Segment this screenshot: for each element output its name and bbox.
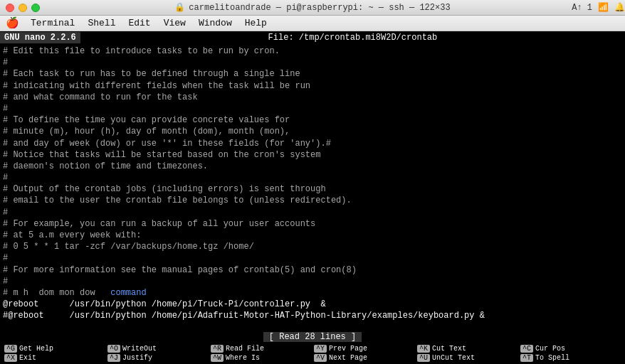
shortcut-key-cur-pos: ^C	[520, 345, 533, 353]
shortcut-read-file[interactable]: ^R Read File	[209, 344, 312, 353]
close-button[interactable]	[6, 4, 14, 12]
lock-icon: 🔒	[174, 2, 185, 13]
nano-status-text: [ Read 28 lines ]	[263, 332, 362, 342]
shortcut-key-next-page: ^V	[314, 354, 327, 362]
title-bar: 🔒 carmelitoandrade — pi@raspberrypi: ~ —…	[0, 0, 625, 16]
nano-status-bar: [ Read 28 lines ]	[0, 331, 625, 343]
editor-content: # Edit this file to introduce tasks to b…	[3, 46, 622, 322]
nano-top-bar: GNU nano 2.2.6 File: /tmp/crontab.mi8W2D…	[0, 31, 625, 44]
shortcut-to-spell[interactable]: ^T To Spell	[519, 353, 622, 363]
menu-window[interactable]: Window	[193, 16, 238, 30]
shortcut-key-uncut-text: ^U	[417, 354, 430, 362]
title-text: carmelitoandrade — pi@raspberrypi: ~ — s…	[189, 3, 450, 13]
shortcut-key-exit: ^X	[4, 354, 17, 362]
shortcut-label-get-help: Get Help	[19, 345, 53, 353]
shortcut-key-writeout: ^O	[107, 345, 120, 353]
shortcut-uncut-text[interactable]: ^U UnCut Text	[416, 353, 519, 363]
shortcut-key-where-is: ^W	[211, 354, 224, 362]
shortcut-label-to-spell: To Spell	[535, 354, 569, 362]
apple-menu[interactable]: 🍎	[6, 16, 19, 30]
shortcut-prev-page[interactable]: ^Y Prev Page	[312, 344, 416, 353]
shortcut-label-where-is: Where Is	[226, 354, 260, 362]
menu-help[interactable]: Help	[239, 16, 273, 30]
menu-bar-right: A↑ 1 📶 🔔	[572, 2, 625, 13]
menu-shell[interactable]: Shell	[82, 16, 121, 30]
shortcut-label-read-file: Read File	[226, 345, 264, 353]
terminal-content[interactable]: # Edit this file to introduce tasks to b…	[0, 44, 625, 331]
menu-terminal[interactable]: Terminal	[25, 16, 80, 30]
shortcut-label-writeout: WriteOut	[122, 345, 157, 353]
shortcut-exit[interactable]: ^X Exit	[3, 353, 106, 363]
nano-file-info: File: /tmp/crontab.mi8W2D/crontab	[80, 33, 625, 43]
shortcut-label-uncut-text: UnCut Text	[432, 354, 475, 362]
shortcut-label-next-page: Next Page	[329, 354, 367, 362]
window-title: 🔒 carmelitoandrade — pi@raspberrypi: ~ —…	[174, 2, 450, 13]
nano-shortcuts: ^G Get Help ^O WriteOut ^R Read File ^Y …	[0, 343, 625, 364]
shortcut-next-page[interactable]: ^V Next Page	[312, 353, 416, 363]
shortcut-where-is[interactable]: ^W Where Is	[209, 353, 312, 363]
menu-edit[interactable]: Edit	[122, 16, 156, 30]
shortcut-justify[interactable]: ^J Justify	[106, 353, 209, 363]
shortcut-key-get-help: ^G	[4, 345, 17, 353]
shortcut-label-prev-page: Prev Page	[329, 345, 367, 353]
maximize-button[interactable]	[31, 4, 40, 12]
shortcut-key-prev-page: ^Y	[314, 345, 327, 353]
nano-version: GNU nano 2.2.6	[0, 32, 80, 43]
shortcut-label-cut-text: Cut Text	[432, 345, 466, 353]
shortcut-key-justify: ^J	[107, 354, 120, 362]
menu-view[interactable]: View	[158, 16, 191, 30]
traffic-lights[interactable]	[6, 4, 40, 12]
shortcut-label-cur-pos: Cur Pos	[535, 345, 565, 353]
shortcut-label-justify: Justify	[122, 354, 152, 362]
wifi-icon: 📶	[598, 2, 609, 13]
shortcut-label-exit: Exit	[19, 354, 36, 362]
shortcut-writeout[interactable]: ^O WriteOut	[106, 344, 209, 353]
menu-bar: 🍎 Terminal Shell Edit View Window Help	[0, 16, 625, 31]
shortcut-cut-text[interactable]: ^K Cut Text	[416, 344, 519, 353]
minimize-button[interactable]	[19, 4, 27, 12]
terminal-window: GNU nano 2.2.6 File: /tmp/crontab.mi8W2D…	[0, 31, 625, 364]
shortcut-key-cut-text: ^K	[417, 345, 430, 353]
notification-icon: 🔔	[614, 2, 625, 13]
accessibility-indicator: A↑ 1	[572, 3, 592, 13]
shortcut-key-read-file: ^R	[211, 345, 224, 353]
shortcut-get-help[interactable]: ^G Get Help	[3, 344, 106, 353]
shortcut-cur-pos[interactable]: ^C Cur Pos	[519, 344, 622, 353]
shortcut-key-to-spell: ^T	[520, 354, 533, 362]
